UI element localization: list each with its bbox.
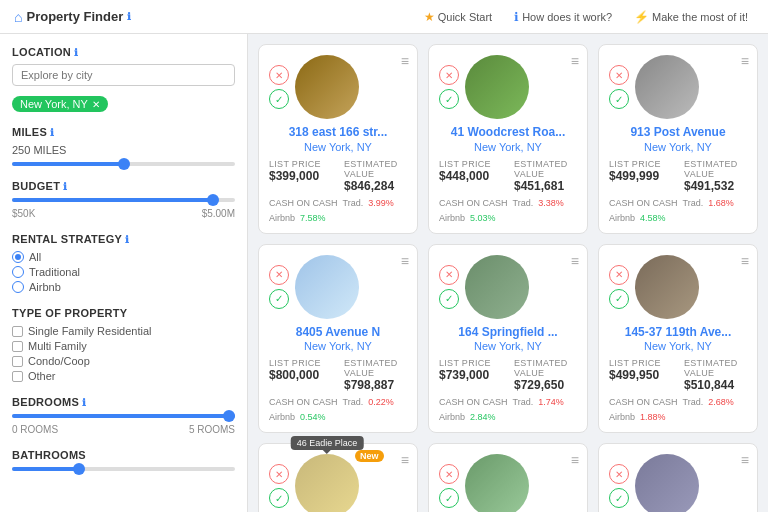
list-price-label-5: LIST PRICE <box>439 358 502 368</box>
make-most-btn[interactable]: ⚡ Make the most of it! <box>628 8 754 26</box>
card-approve-5[interactable]: ✓ <box>439 289 459 309</box>
property-card-9: ≡ ✕ ✓ 10 La Grange Pla... New York, NY <box>598 443 758 512</box>
card-reject-5[interactable]: ✕ <box>439 265 459 285</box>
miles-thumb[interactable] <box>118 158 130 170</box>
card-reject-2[interactable]: ✕ <box>439 65 459 85</box>
house-icon: ⌂ <box>14 9 22 25</box>
location-input[interactable] <box>12 64 235 86</box>
card-photo-4 <box>295 255 359 319</box>
est-value-label-6: ESTIMATED VALUE <box>684 358 747 378</box>
type-mf[interactable]: Multi Family <box>12 340 235 352</box>
property-type-label: TYPE OF PROPERTY <box>12 307 235 319</box>
budget-thumb[interactable] <box>207 194 219 206</box>
airbnb-label-4: Airbnb <box>269 412 295 422</box>
list-price-col-6: LIST PRICE $499,950 <box>609 358 672 392</box>
card-city-1: New York, NY <box>269 141 407 153</box>
remove-location-icon[interactable]: ✕ <box>92 99 100 110</box>
trad-pct-6: 2.68% <box>708 397 734 407</box>
card-image-wrapper-6 <box>635 255 699 319</box>
type-other[interactable]: Other <box>12 370 235 382</box>
card-approve-9[interactable]: ✓ <box>609 488 629 508</box>
property-card-5: ≡ ✕ ✓ 164 Springfield ... New York, NY L… <box>428 244 588 434</box>
card-city-5: New York, NY <box>439 340 577 352</box>
card-menu-6[interactable]: ≡ <box>741 253 749 269</box>
property-card-3: ≡ ✕ ✓ 913 Post Avenue New York, NY LIST … <box>598 44 758 234</box>
property-card-7: ≡ ✕ ✓ 46 Eadie Place New 46 Eadie Place … <box>258 443 418 512</box>
card-reject-4[interactable]: ✕ <box>269 265 289 285</box>
card-approve-1[interactable]: ✓ <box>269 89 289 109</box>
rental-all[interactable]: All <box>12 251 235 263</box>
tooltip-7: 46 Eadie Place <box>291 436 364 450</box>
miles-info-icon[interactable]: ℹ <box>50 127 54 138</box>
card-reject-9[interactable]: ✕ <box>609 464 629 484</box>
bathrooms-slider[interactable] <box>12 467 235 471</box>
nav-actions: ★ Quick Start ℹ How does it work? ⚡ Make… <box>418 8 754 26</box>
cash-row-6: CASH ON CASH Trad. 2.68% Airbnb 1.88% <box>609 397 747 422</box>
card-city-6: New York, NY <box>609 340 747 352</box>
card-approve-3[interactable]: ✓ <box>609 89 629 109</box>
airbnb-pct-5: 2.84% <box>470 412 496 422</box>
card-image-wrapper-8 <box>465 454 529 512</box>
rental-airbnb-label: Airbnb <box>29 281 61 293</box>
est-value-value-4: $798,887 <box>344 378 407 392</box>
bedrooms-thumb[interactable] <box>223 410 235 422</box>
card-menu-9[interactable]: ≡ <box>741 452 749 468</box>
card-menu-1[interactable]: ≡ <box>401 53 409 69</box>
est-value-value-2: $451,681 <box>514 179 577 193</box>
card-menu-7[interactable]: ≡ <box>401 452 409 468</box>
card-image-row-7: ✕ ✓ 46 Eadie Place New <box>269 454 407 512</box>
property-card-1: ≡ ✕ ✓ 318 east 166 str... New York, NY L… <box>258 44 418 234</box>
rental-strategy-info-icon[interactable]: ℹ <box>125 234 129 245</box>
est-value-value-3: $491,532 <box>684 179 747 193</box>
card-reject-3[interactable]: ✕ <box>609 65 629 85</box>
est-value-label-5: ESTIMATED VALUE <box>514 358 577 378</box>
card-address-6: 145-37 119th Ave... <box>609 325 747 341</box>
card-approve-6[interactable]: ✓ <box>609 289 629 309</box>
cash-label-4: CASH ON CASH <box>269 397 338 407</box>
type-condo[interactable]: Condo/Coop <box>12 355 235 367</box>
card-approve-2[interactable]: ✓ <box>439 89 459 109</box>
brand-info[interactable]: ℹ <box>127 11 131 22</box>
bathrooms-thumb[interactable] <box>73 463 85 475</box>
bedrooms-info-icon[interactable]: ℹ <box>82 397 86 408</box>
card-city-2: New York, NY <box>439 141 577 153</box>
card-menu-5[interactable]: ≡ <box>571 253 579 269</box>
budget-slider[interactable]: $50K $5.00M <box>12 198 235 219</box>
card-reject-6[interactable]: ✕ <box>609 265 629 285</box>
est-value-value-1: $846,284 <box>344 179 407 193</box>
list-price-col-4: LIST PRICE $800,000 <box>269 358 332 392</box>
list-price-col-3: LIST PRICE $499,999 <box>609 159 672 193</box>
card-reject-7[interactable]: ✕ <box>269 464 289 484</box>
card-reject-1[interactable]: ✕ <box>269 65 289 85</box>
card-photo-3 <box>635 55 699 119</box>
location-info-icon[interactable]: ℹ <box>74 47 78 58</box>
card-approve-7[interactable]: ✓ <box>269 488 289 508</box>
card-reject-8[interactable]: ✕ <box>439 464 459 484</box>
card-photo-7 <box>295 454 359 512</box>
card-menu-3[interactable]: ≡ <box>741 53 749 69</box>
checkbox-mf <box>12 341 23 352</box>
miles-slider[interactable] <box>12 162 235 166</box>
trad-label-4: Trad. <box>343 397 364 407</box>
card-approve-4[interactable]: ✓ <box>269 289 289 309</box>
list-price-value-4: $800,000 <box>269 368 332 382</box>
budget-info-icon[interactable]: ℹ <box>63 181 67 192</box>
rental-traditional[interactable]: Traditional <box>12 266 235 278</box>
est-value-label-2: ESTIMATED VALUE <box>514 159 577 179</box>
card-menu-2[interactable]: ≡ <box>571 53 579 69</box>
card-menu-4[interactable]: ≡ <box>401 253 409 269</box>
bedrooms-slider[interactable]: 0 ROOMS 5 ROOMS <box>12 414 235 435</box>
card-approve-8[interactable]: ✓ <box>439 488 459 508</box>
list-price-value-1: $399,000 <box>269 169 332 183</box>
rental-traditional-label: Traditional <box>29 266 80 278</box>
card-menu-8[interactable]: ≡ <box>571 452 579 468</box>
quick-start-btn[interactable]: ★ Quick Start <box>418 8 498 26</box>
est-value-col-5: ESTIMATED VALUE $729,650 <box>514 358 577 392</box>
cash-label-3: CASH ON CASH <box>609 198 678 208</box>
rental-airbnb[interactable]: Airbnb <box>12 281 235 293</box>
how-it-works-btn[interactable]: ℹ How does it work? <box>508 8 618 26</box>
est-value-col-4: ESTIMATED VALUE $798,887 <box>344 358 407 392</box>
card-controls-2: ✕ ✓ <box>439 65 459 109</box>
list-price-label-1: LIST PRICE <box>269 159 332 169</box>
type-sfr[interactable]: Single Family Residential <box>12 325 235 337</box>
